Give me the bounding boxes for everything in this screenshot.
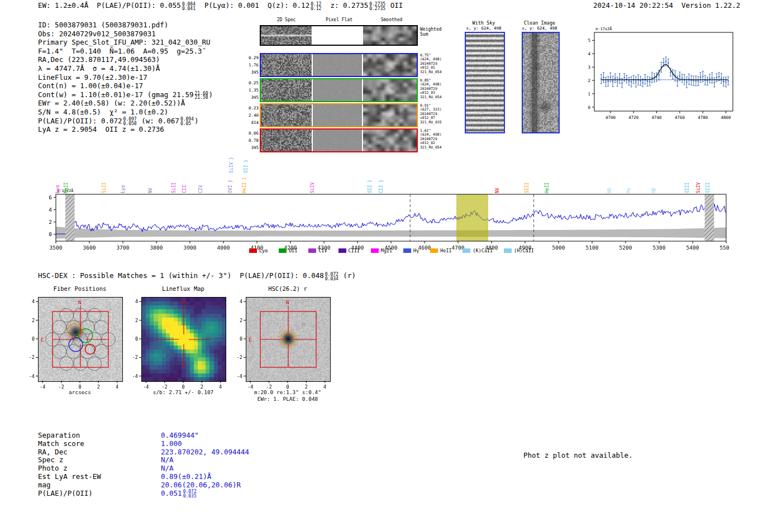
emission-line-label: NV [148, 188, 154, 193]
legend-item: OII [279, 248, 297, 253]
text-segment: LineFlux = 9.70(±2.30)e-17 [38, 73, 147, 82]
emission-line-label: SiII [171, 183, 177, 193]
emission-line-label: Hδ [607, 188, 613, 193]
uncertainty-lower: 0.041 [182, 7, 196, 11]
weighted-2dspec-image [261, 26, 312, 45]
full-spectrum-svg: 0246350036003700380039004000410042004300… [45, 148, 729, 257]
match-table-row: RA, Dec223.870202, 49.094444 [38, 448, 249, 456]
emission-line-label: MgII [64, 183, 69, 193]
row-scale-value: 0.25 [244, 79, 259, 87]
photz-note: Phot z plot not available. [523, 451, 633, 460]
spec2d-row [260, 25, 418, 46]
svg-text:0: 0 [32, 336, 35, 342]
uncertainty-lower: 21.58 [194, 95, 208, 100]
svg-text:5100: 5100 [586, 245, 599, 251]
match-table-value: 0.0510.0720.035 [161, 489, 197, 497]
legend-label: HeII [440, 248, 451, 253]
row-scale-value: 395 [244, 69, 259, 76]
info-line: S/N = 4.8(±0.5) χ² = 1.0(±0.2) [38, 108, 213, 117]
svg-text:5000: 5000 [552, 245, 565, 251]
info-line: F=1.4" T=0.140 N̄=1.06 A=0.95 g=25.3̄ [38, 47, 213, 56]
spectrum-legend: LyαOIICIVCIIIMgIIHγHeII(K)CaII(H)CaII [249, 248, 534, 253]
info-line: Cont(w) = 1.10(±0.01)e-17 (gmag 21.5921.… [38, 90, 213, 99]
text-segment: 0.051 [161, 489, 182, 497]
legend-item: HeII [430, 248, 451, 253]
catalog-match-table: Separation0.469944"Match score1.000RA, D… [38, 431, 249, 497]
row-2dspec-image [261, 54, 312, 76]
uncertainty-lower: 0.05 [180, 122, 194, 126]
legend-label: MgII [381, 248, 392, 253]
spec2d-header-smoothed: Smoothed [365, 17, 418, 22]
text-segment: ) [194, 117, 199, 125]
row-annotation: 0.75"(624, 498)20240729v012_01321_RU_054 [420, 54, 449, 74]
svg-text:0: 0 [135, 336, 138, 342]
match-table-label: Separation [38, 431, 161, 439]
spec2d-row [260, 53, 418, 77]
text-segment: LyA z = 2.9054 OII z = 0.2736 [38, 125, 164, 133]
text-segment: ) [209, 90, 213, 99]
emission-line-label: HeII } [242, 177, 247, 193]
with-sky-coords: x, y: 624, 498 [458, 26, 509, 31]
info-line: ID: 5003879031 (5003879031.pdf) [38, 21, 213, 30]
hsc-match-summary: HSC-DEX : Possible Matches = 1 (within +… [38, 271, 356, 281]
svg-text:4: 4 [240, 299, 242, 304]
legend-label: CIII [349, 248, 360, 253]
emission-line-label: Lyα [55, 185, 61, 193]
match-table-label: Spec z [38, 456, 161, 464]
clean-image-title: Clean Image [517, 20, 562, 26]
match-table-value: 1.000 [161, 439, 182, 448]
svg-text:-4: -4 [29, 373, 35, 379]
match-table-value: 20.06(20.06,20.06)R [161, 481, 241, 489]
text-segment: 20.06(20.06,20.06)R [161, 481, 241, 489]
spec2d-row [260, 103, 418, 127]
text-segment: P(Lyα): 0.001 Q(z): 0.12 [196, 1, 309, 9]
row-2dspec-image [261, 79, 312, 101]
row-scale-value: 0.06 [244, 130, 259, 137]
weighted-pixelflat-image [313, 26, 362, 45]
uncertainty-lower: 0.035 [183, 494, 197, 499]
svg-text:0: 0 [588, 105, 590, 110]
info-line: P(LAE)/P(OII): 0.0720.0970.058 (w: 0.067… [38, 117, 213, 126]
info-line: Cont(n) = 1.00(±0.04)e-17 [38, 82, 213, 90]
legend-swatch [504, 248, 512, 253]
fiber-positions-xlabel: arcsecs [27, 389, 133, 395]
svg-text:4720: 4720 [628, 115, 639, 120]
emission-line-label: SIII [524, 183, 530, 193]
stacked-uncertainty: 0.120.12 [309, 2, 322, 11]
match-table-row: mag20.06(20.06,20.06)R [38, 481, 249, 489]
uncertainty-lower: 0.034 [325, 277, 338, 281]
legend-swatch [308, 248, 316, 253]
summary-header: EW: 1.2±0.4Å P(LAE)/P(OII): 0.0550.0840.… [38, 1, 403, 11]
text-segment: EW: 1.2±0.4Å P(LAE)/P(OII): 0.055 [38, 1, 181, 9]
info-line: LineFlux = 9.70(±2.30)e-17 [38, 73, 213, 82]
svg-text:4740: 4740 [652, 115, 662, 120]
row-smoothed-image [363, 104, 417, 126]
match-table-row: Match score1.000 [38, 439, 249, 448]
legend-swatch [371, 248, 379, 253]
svg-text:5500: 5500 [720, 245, 729, 251]
weighted-sum-label-line2: Sum [420, 32, 449, 37]
text-segment: λ = 4747.7Å σ = 4.74(±1.30)Å [38, 64, 160, 73]
clean-image-coords: x, y: 624, 498 [517, 26, 562, 31]
emission-line-label: CIV [198, 185, 204, 193]
info-line: Obs: 20240729v012_5003879031 [38, 30, 213, 39]
row-scale-value: 0.29 [244, 54, 259, 61]
spec2d-row [260, 78, 418, 102]
clean-image [522, 32, 560, 133]
svg-text:2: 2 [135, 318, 138, 323]
text-segment: 0.469944" [161, 431, 199, 439]
svg-text:4: 4 [588, 51, 590, 56]
text-segment: Obs: 20240729v012_5003879031 [38, 30, 156, 38]
legend-item: (K)CaII [462, 248, 493, 253]
lineflux-map-xlabel: s/b: 2.71 +/- 0.107 [130, 389, 236, 395]
svg-text:-2: -2 [29, 354, 35, 360]
elixer-detection-report: EW: 1.2±0.4Å P(LAE)/P(OII): 0.0550.0840.… [0, 0, 782, 532]
weighted-sum-label: Weighted Sum [420, 27, 449, 37]
match-table-label: mag [38, 481, 161, 489]
legend-swatch [430, 248, 438, 253]
text-segment: 0.89(±0.21)Å [161, 472, 211, 481]
row-scale-value: 1.76 [244, 61, 259, 69]
svg-text:4: 4 [32, 299, 35, 304]
row-annotation: 0.85"(624, 498)20240729v012_03321_RU_054 [420, 79, 449, 99]
row-pixelflat-image [313, 79, 362, 101]
